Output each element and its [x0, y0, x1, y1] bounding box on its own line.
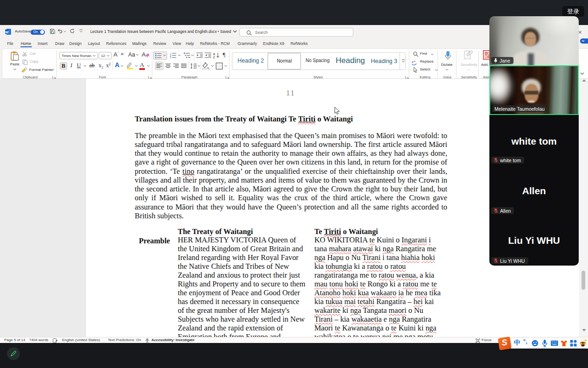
svg-text:b: b	[414, 60, 416, 63]
svg-text:a: a	[412, 60, 413, 63]
svg-text:3: 3	[170, 57, 171, 58]
svg-text:Z: Z	[213, 56, 215, 59]
svg-text:W: W	[5, 30, 9, 34]
svg-text:A: A	[213, 52, 215, 56]
